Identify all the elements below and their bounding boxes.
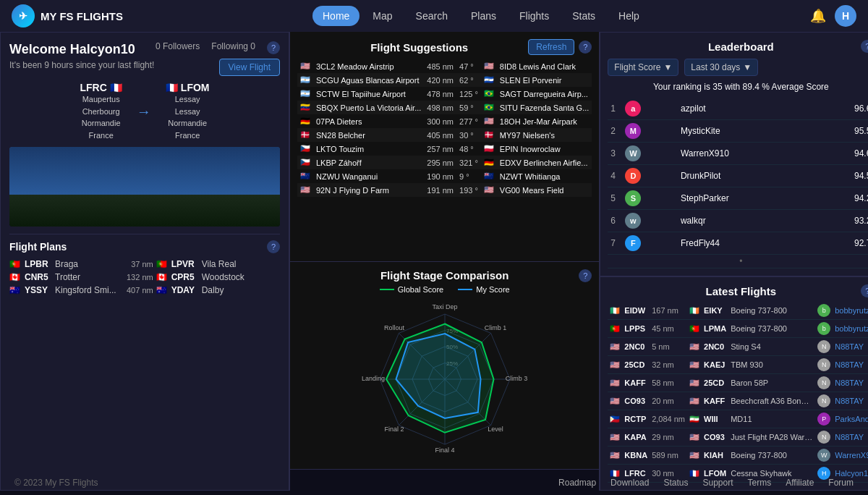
- my-legend-line: [458, 289, 472, 290]
- lb-row[interactable]: 2 M MysticKite 95.5: [608, 120, 868, 143]
- route-from: LFRC 🇫🇷 Maupertus Cherbourg Normandie Fr…: [80, 82, 122, 141]
- fp-flag: 🇦🇺: [156, 285, 167, 295]
- latest-flight-row[interactable]: 🇮🇪 EIDW 167 nm 🇮🇪 EIKY Boeing 737-800 b …: [608, 302, 868, 320]
- footer-link[interactable]: Terms: [748, 478, 772, 488]
- lf-flag2: 🇮🇷: [687, 410, 702, 428]
- latest-flight-row[interactable]: 🇺🇸 KBNA 589 nm 🇺🇸 KIAH Boeing 737-800 W …: [608, 447, 868, 465]
- suggestion-row[interactable]: 🇩🇰 SN28 Belcher 405 nm 30 ° 🇩🇰 MY97 Niel…: [297, 128, 592, 142]
- suggestion-row[interactable]: 🇩🇪 07PA Dieters 300 nm 277 ° 🇺🇸 18OH Jer…: [297, 114, 592, 128]
- nav-flights[interactable]: Flights: [509, 6, 559, 26]
- sug-flag2: 🇳🇿: [481, 169, 497, 183]
- view-flight-button[interactable]: View Flight: [219, 59, 280, 76]
- flight-image: Flight from LFRC to LFOM — Cessna Skyhaw…: [9, 147, 280, 227]
- welcome-subtitle: It's been 9 hours since your last flight…: [9, 60, 154, 70]
- sug-airport2: SLEN El Porvenir: [497, 73, 592, 87]
- footer-link[interactable]: Download: [610, 478, 649, 488]
- footer-link[interactable]: Roadmap: [558, 478, 596, 488]
- latest-flight-row[interactable]: 🇺🇸 KAPA 29 nm 🇺🇸 CO93 Just Flight PA28 W…: [608, 428, 868, 447]
- leaderboard-help-icon[interactable]: ?: [861, 40, 868, 53]
- nav-help[interactable]: Help: [608, 6, 650, 26]
- fp-dist: 37 nm: [121, 260, 153, 268]
- latest-flight-row[interactable]: 🇺🇸 25CD 32 nm 🇺🇸 KAEJ TBM 930 N N88TAY: [608, 356, 868, 374]
- lb-rank-num: 1: [608, 98, 622, 120]
- footer-link[interactable]: Affiliate: [786, 478, 814, 488]
- lb-rank-num: 3: [608, 143, 622, 165]
- suggestion-row[interactable]: 🇨🇿 LKBP Záhořf 295 nm 321 ° 🇩🇪 EDXV Berl…: [297, 156, 592, 169]
- sug-flag1: 🇩🇪: [297, 114, 313, 128]
- sug-angle1: 30 °: [456, 128, 481, 142]
- fp-icao: CPR5: [171, 272, 197, 282]
- nav-plans[interactable]: Plans: [461, 6, 506, 26]
- lb-user-avatar: S: [625, 190, 641, 206]
- lf-icao2: 25CD: [702, 374, 728, 392]
- fp-name: Dalby: [202, 285, 244, 295]
- latest-flight-row[interactable]: 🇺🇸 KAFF 58 nm 🇺🇸 25CD Baron 58P N N88TAY: [608, 374, 868, 392]
- sug-dist1: 191 nm: [424, 183, 456, 197]
- legend-my-label: My Score: [476, 285, 509, 294]
- lb-row[interactable]: 3 W WarrenX910 94.6: [608, 143, 868, 165]
- sug-airport1: 07PA Dieters: [313, 114, 424, 128]
- nav-stats[interactable]: Stats: [562, 6, 605, 26]
- welcome-help-icon[interactable]: ?: [267, 41, 280, 54]
- lb-row[interactable]: 4 D DrunkPilot 94.5: [608, 165, 868, 187]
- lf-icao2: EIKY: [702, 302, 728, 320]
- sug-angle1: 277 °: [456, 114, 481, 128]
- logo[interactable]: ✈ MY FS FLIGHTS: [12, 4, 123, 28]
- lb-row[interactable]: 1 a azpilot 96.6: [608, 98, 868, 120]
- suggestion-row[interactable]: 🇺🇸 92N J Flying D Farm 191 nm 193 ° 🇺🇸 V…: [297, 183, 592, 197]
- radar-legend: Global Score My Score: [297, 285, 592, 294]
- lb-username: walkqr: [678, 210, 816, 232]
- sug-airport2: SITU Fazenda Santa G...: [497, 101, 592, 114]
- notification-icon[interactable]: 🔔: [810, 8, 826, 24]
- nav-map[interactable]: Map: [362, 6, 402, 26]
- fp-help-icon[interactable]: ?: [267, 240, 280, 253]
- comparison-help-icon[interactable]: ?: [579, 269, 592, 282]
- lf-dist: 45 nm: [650, 320, 687, 338]
- suggestion-row[interactable]: 🇨🇿 LKTO Touzim 257 nm 48 ° 🇵🇱 EPIN Inowr…: [297, 142, 592, 156]
- lf-icao1: 2NC0: [622, 338, 650, 356]
- lb-user-avatar: W: [625, 145, 641, 161]
- lf-username: N88TAY: [833, 428, 868, 447]
- footer-link[interactable]: Forum: [828, 478, 854, 488]
- lf-flag2: 🇺🇸: [687, 356, 702, 374]
- suggestions-help-icon[interactable]: ?: [579, 41, 592, 54]
- latest-flight-row[interactable]: 🇺🇸 2NC0 5 nm 🇺🇸 2NC0 Sting S4 N N88TAY: [608, 338, 868, 356]
- footer-link[interactable]: Support: [702, 478, 733, 488]
- latest-help-icon[interactable]: ?: [861, 284, 868, 297]
- refresh-button[interactable]: Refresh: [528, 39, 574, 55]
- latest-flight-row[interactable]: 🇵🇭 RCTP 2,084 nm 🇮🇷 WIII MD11 P ParksAnd…: [608, 410, 868, 428]
- nav-home[interactable]: Home: [312, 6, 359, 26]
- lb-filter-select[interactable]: Flight Score ▼: [608, 59, 678, 76]
- sug-dist1: 295 nm: [424, 156, 456, 169]
- latest-flight-row[interactable]: 🇵🇹 LPPS 45 nm 🇵🇹 LPMA Boeing 737-800 b b…: [608, 320, 868, 338]
- latest-flight-row[interactable]: 🇺🇸 CO93 20 nm 🇺🇸 KAFF Beechcraft A36 Bon…: [608, 392, 868, 410]
- lf-icao2: CO93: [702, 428, 728, 447]
- lb-row[interactable]: 5 S StephParker 94.2: [608, 187, 868, 210]
- footer-link[interactable]: Status: [663, 478, 688, 488]
- lb-row[interactable]: 7 F FredFly44 92.7: [608, 232, 868, 255]
- user-avatar[interactable]: H: [835, 5, 856, 27]
- lf-user-avatar: N: [815, 392, 833, 410]
- latest-table: 🇮🇪 EIDW 167 nm 🇮🇪 EIKY Boeing 737-800 b …: [608, 302, 868, 483]
- sug-airport1: 3CL2 Meadow Airstrip: [313, 59, 424, 73]
- lf-flag2: 🇺🇸: [687, 428, 702, 447]
- latest-flights-section: Latest Flights ? 🇮🇪 EIDW 167 nm 🇮🇪 EIKY …: [600, 276, 868, 491]
- lb-row[interactable]: 6 w walkqr 93.2: [608, 210, 868, 232]
- lf-user-avatar: P: [815, 410, 833, 428]
- suggestion-row[interactable]: 🇻🇪 SBQX Puerto La Victoria Air... 498 nm…: [297, 101, 592, 114]
- suggestion-row[interactable]: 🇦🇷 SCGU Aguas Blancas Airport 420 nm 62 …: [297, 73, 592, 87]
- sug-dist1: 478 nm: [424, 87, 456, 101]
- lb-score-val: 95.5: [816, 120, 868, 143]
- lb-period-label: Last 30 days: [691, 62, 740, 72]
- main-content: Welcome Halcyon10 It's been 9 hours sinc…: [0, 32, 868, 469]
- nav-search[interactable]: Search: [406, 6, 458, 26]
- suggestion-row[interactable]: 🇳🇿 NZWU Wanganui 190 nm 9 ° 🇳🇿 NZWT Whit…: [297, 169, 592, 183]
- lb-score-val: 94.5: [816, 165, 868, 187]
- suggestion-row[interactable]: 🇺🇸 3CL2 Meadow Airstrip 485 nm 47 ° 🇺🇸 8…: [297, 59, 592, 73]
- lf-flag1: 🇺🇸: [608, 374, 622, 392]
- suggestion-row[interactable]: 🇦🇷 SCTW El Tapiihue Airport 478 nm 125 °…: [297, 87, 592, 101]
- sug-flag1: 🇩🇰: [297, 128, 313, 142]
- sug-flag1: 🇨🇿: [297, 142, 313, 156]
- lb-period-select[interactable]: Last 30 days ▼: [684, 59, 758, 76]
- fp-icao: YSSY: [25, 285, 51, 295]
